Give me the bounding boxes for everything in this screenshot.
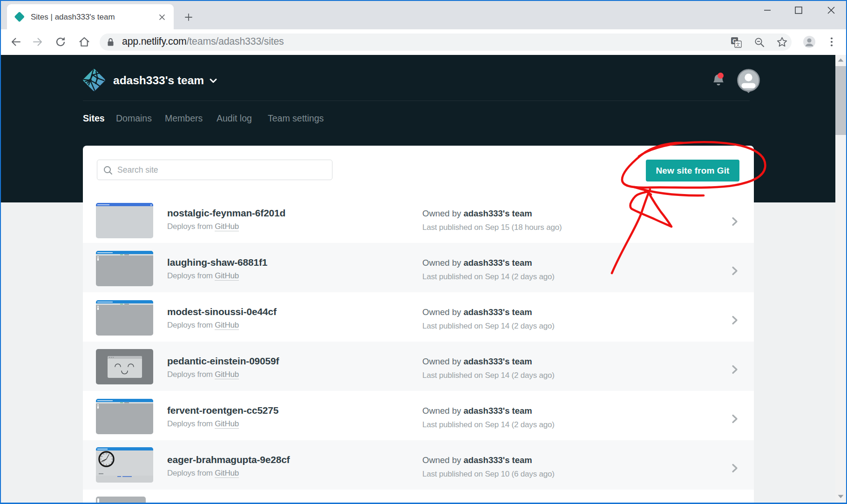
svg-text:文: 文 bbox=[736, 42, 740, 47]
svg-text:9: 9 bbox=[100, 458, 101, 460]
svg-text:5: 5 bbox=[108, 464, 109, 465]
svg-text:12: 12 bbox=[105, 453, 107, 455]
svg-text:6: 6 bbox=[106, 464, 107, 466]
svg-text:10: 10 bbox=[101, 456, 102, 457]
svg-text:11: 11 bbox=[103, 453, 105, 455]
svg-text:3: 3 bbox=[111, 458, 112, 460]
svg-text:4: 4 bbox=[111, 461, 112, 463]
svg-text:2: 2 bbox=[111, 456, 112, 457]
svg-text:7: 7 bbox=[103, 464, 104, 465]
